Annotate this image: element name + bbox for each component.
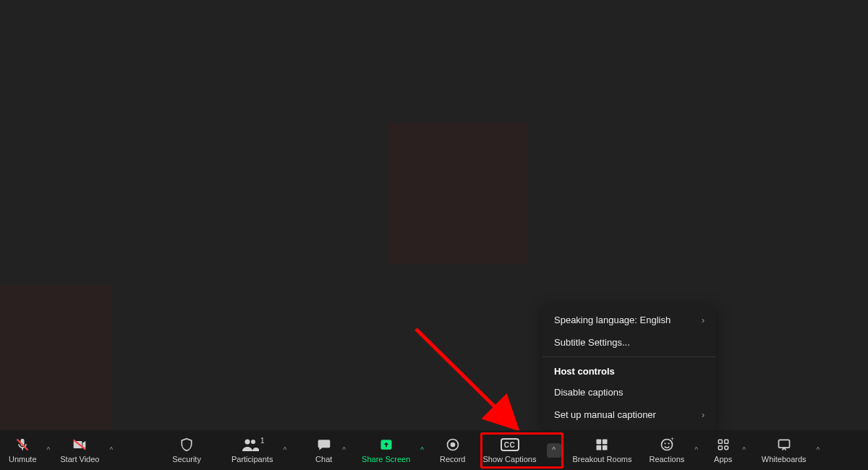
button-label: Chat	[315, 455, 332, 463]
chat-options-caret[interactable]: ^	[338, 430, 350, 470]
svg-rect-17	[724, 440, 728, 443]
svg-point-13	[664, 443, 665, 444]
video-tile-center	[387, 123, 528, 264]
chat-button[interactable]: Chat	[310, 430, 338, 470]
button-label: Reactions	[649, 455, 684, 463]
breakout-rooms-icon	[595, 437, 609, 453]
menu-divider	[542, 356, 716, 357]
video-options-caret[interactable]: ^	[105, 430, 117, 470]
button-label: Apps	[714, 455, 732, 463]
svg-rect-11	[603, 445, 608, 450]
menu-speaking-language[interactable]: Speaking language: English ›	[542, 309, 716, 331]
captions-options-caret[interactable]: ^	[542, 430, 561, 470]
share-screen-button[interactable]: Share Screen	[356, 430, 416, 470]
participants-button[interactable]: 1 Participants	[226, 430, 278, 470]
participants-options-caret[interactable]: ^	[278, 430, 291, 470]
button-label: Security	[172, 455, 201, 463]
unmute-button[interactable]: Unmute	[3, 430, 43, 470]
svg-rect-16	[718, 440, 722, 443]
closed-captions-icon: CC	[501, 437, 519, 453]
microphone-muted-icon	[15, 437, 30, 453]
menu-disable-captions[interactable]: Disable captions	[542, 381, 716, 403]
svg-rect-20	[778, 440, 789, 448]
reactions-button[interactable]: + Reactions	[643, 430, 690, 470]
video-off-icon	[72, 437, 88, 453]
whiteboards-button[interactable]: Whiteboards	[756, 430, 812, 470]
button-label: Breakout Rooms	[573, 455, 632, 463]
svg-rect-8	[597, 440, 602, 445]
whiteboards-icon	[776, 437, 792, 453]
participants-icon: 1	[242, 437, 263, 453]
menu-item-label: Speaking language: English	[554, 315, 671, 325]
reactions-icon: +	[660, 437, 674, 453]
menu-item-label: Subtitle Settings...	[554, 337, 630, 348]
menu-item-label: Disable captions	[554, 387, 623, 398]
video-tile-self	[0, 286, 112, 430]
chevron-right-icon: ›	[702, 410, 705, 420]
audio-options-caret[interactable]: ^	[43, 430, 55, 470]
reactions-options-caret[interactable]: ^	[690, 430, 702, 470]
apps-options-caret[interactable]: ^	[738, 430, 750, 470]
menu-setup-manual-captioner[interactable]: Set up manual captioner ›	[542, 403, 716, 426]
chat-icon	[317, 437, 331, 453]
svg-rect-10	[597, 445, 602, 450]
button-label: Unmute	[9, 455, 37, 463]
svg-rect-19	[724, 446, 728, 450]
button-label: Show Captions	[483, 455, 537, 463]
whiteboards-options-caret[interactable]: ^	[812, 430, 825, 470]
svg-text:+: +	[671, 437, 674, 443]
menu-item-label: Set up manual captioner	[554, 409, 656, 420]
menu-subtitle-settings[interactable]: Subtitle Settings...	[542, 331, 716, 354]
button-label: Share Screen	[362, 455, 410, 463]
share-options-caret[interactable]: ^	[416, 430, 428, 470]
svg-line-0	[416, 329, 517, 429]
svg-point-7	[450, 443, 455, 448]
captions-menu: Speaking language: English › Subtitle Se…	[542, 304, 716, 430]
chevron-right-icon: ›	[702, 315, 705, 325]
svg-rect-18	[718, 446, 722, 450]
apps-button[interactable]: Apps	[708, 430, 738, 470]
start-video-button[interactable]: Start Video	[54, 430, 105, 470]
button-label: Record	[440, 455, 465, 463]
svg-point-4	[251, 440, 255, 444]
svg-point-14	[668, 443, 669, 444]
record-button[interactable]: Record	[434, 430, 471, 470]
button-label: Participants	[231, 455, 273, 463]
breakout-rooms-button[interactable]: Breakout Rooms	[567, 430, 638, 470]
participants-count: 1	[260, 437, 265, 445]
svg-point-3	[244, 440, 250, 445]
security-button[interactable]: Security	[166, 430, 207, 470]
share-screen-icon	[379, 437, 393, 453]
meeting-toolbar: Unmute ^ Start Video ^ Security 1 Partic…	[0, 430, 868, 470]
record-icon	[446, 437, 460, 453]
apps-icon	[716, 437, 731, 453]
button-label: Start Video	[60, 455, 99, 463]
svg-rect-9	[603, 440, 608, 445]
shield-icon	[179, 437, 194, 453]
show-captions-button[interactable]: CC Show Captions	[477, 430, 542, 470]
button-label: Whiteboards	[762, 455, 807, 463]
menu-section-header: Host controls	[542, 360, 716, 381]
